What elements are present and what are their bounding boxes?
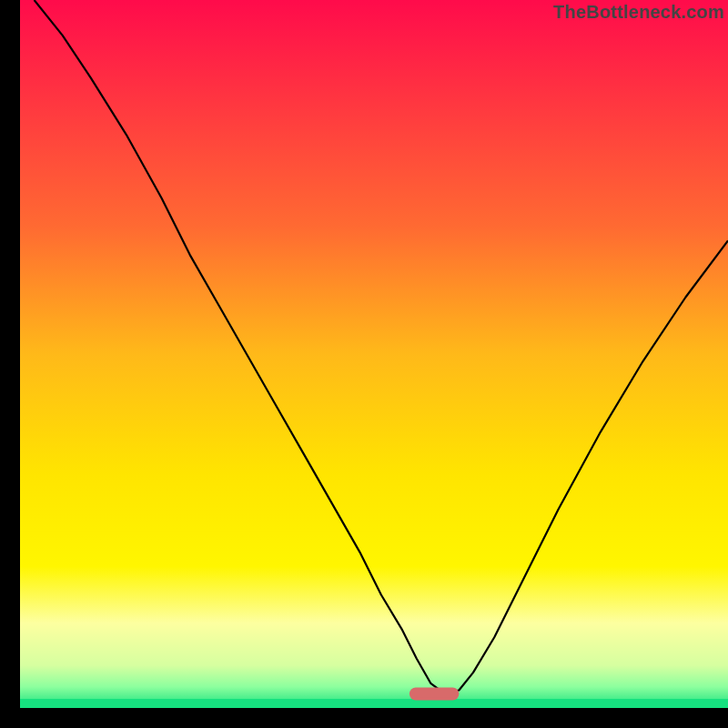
bottleneck-chart-canvas bbox=[20, 0, 728, 708]
watermark-label: TheBottleneck.com bbox=[553, 2, 724, 23]
chart-frame: TheBottleneck.com bbox=[20, 0, 728, 708]
